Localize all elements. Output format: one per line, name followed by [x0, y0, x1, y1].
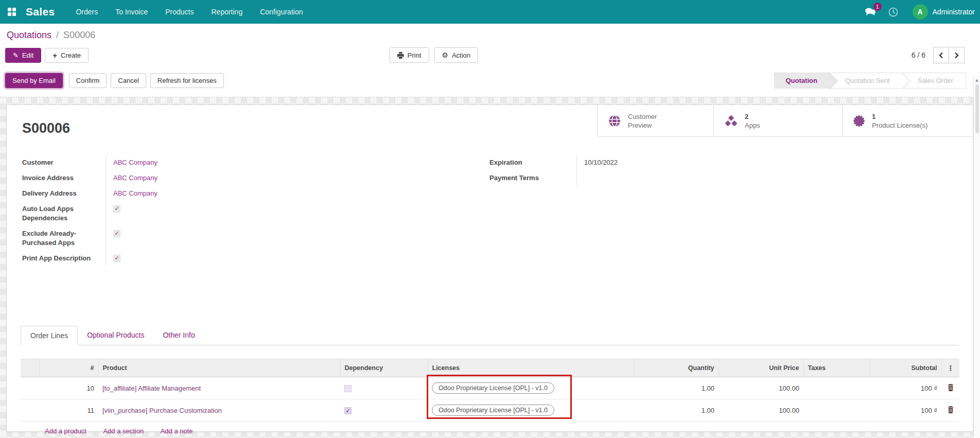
apps-count: 2	[745, 112, 760, 121]
field-expiration: Expiration 10/10/2022	[488, 155, 959, 170]
pager: 6 / 6	[912, 47, 965, 63]
quantity-column-header[interactable]: Quantity	[634, 359, 719, 377]
cubes-icon	[724, 114, 738, 128]
line-number: 11	[39, 399, 98, 422]
auto-load-checkbox: ✓	[113, 205, 120, 213]
field-auto-load-apps-dependencies: Auto Load Apps Dependencies ✓	[21, 201, 488, 226]
scrollbar-thumb[interactable]	[975, 84, 979, 133]
check-icon: ✓	[114, 254, 119, 263]
statusbar: Send by Email Confirm Cancel Refresh for…	[0, 69, 980, 97]
trash-icon	[948, 406, 954, 413]
customer-preview-button[interactable]: Customer Preview	[597, 105, 713, 136]
row-handle	[21, 399, 39, 422]
order-line-row: 10 [to_affiliate] Affiliate Management O…	[21, 377, 959, 399]
app-name[interactable]: Sales	[26, 6, 55, 18]
chevron-left-icon	[939, 52, 943, 59]
unit-price-column-header[interactable]: Unit Price	[719, 359, 803, 377]
field-payment-terms: Payment Terms	[488, 170, 959, 186]
taxes-cell	[803, 399, 869, 422]
create-button[interactable]: + Create	[45, 48, 89, 63]
dependency-cell: ✓	[340, 399, 428, 422]
edit-button[interactable]: ✎ Edit	[5, 48, 41, 63]
delivery-address-link[interactable]: ABC Company	[113, 189, 157, 197]
dependency-checkbox	[344, 385, 352, 392]
check-icon: ✓	[114, 204, 119, 214]
taxes-column-header[interactable]: Taxes	[803, 359, 869, 377]
check-icon: ✓	[114, 229, 119, 238]
step-quotation[interactable]: Quotation	[775, 73, 830, 88]
control-panel: Quotations / S00006 ✎ Edit + Create Prin…	[0, 24, 980, 69]
license-tag: Odoo Proprietary License [OPL] - v1.0	[432, 382, 554, 394]
step-quotation-sent[interactable]: Quotation Sent	[830, 73, 902, 88]
field-invoice-address: Invoice Address ABC Company	[21, 170, 488, 186]
breadcrumb-current: S00006	[63, 30, 95, 40]
dependency-cell	[340, 377, 428, 399]
payment-terms-value	[576, 170, 959, 186]
refresh-for-licenses-button[interactable]: Refresh for licenses	[150, 73, 224, 88]
apps-stat-button[interactable]: 2 Apps	[713, 105, 842, 136]
product-licenses-button[interactable]: 1 Product License(s)	[842, 105, 973, 136]
tab-order-lines[interactable]: Order Lines	[21, 326, 78, 345]
globe-icon	[608, 114, 621, 128]
delete-line-button[interactable]	[941, 377, 959, 399]
user-avatar[interactable]: A	[913, 4, 928, 20]
chevron-right-icon	[954, 52, 959, 59]
line-number: 10	[39, 377, 98, 399]
menu-reporting[interactable]: Reporting	[202, 0, 251, 24]
optional-columns-toggle-icon[interactable]: ⋮	[941, 359, 959, 377]
vertical-scrollbar[interactable]: ▲	[973, 76, 980, 438]
menu-products[interactable]: Products	[156, 0, 202, 24]
product-cell: [to_affiliate] Affiliate Management	[98, 377, 340, 399]
order-line-row: 11 [viin_purchase] Purchase Customizatio…	[21, 399, 959, 422]
plus-icon: +	[52, 52, 57, 59]
action-button[interactable]: ⚙ Action	[434, 47, 478, 63]
subtotal-column-header[interactable]: Subtotal	[869, 359, 941, 377]
confirm-button[interactable]: Confirm	[69, 73, 107, 88]
top-navbar: Sales Orders To Invoice Products Reporti…	[0, 0, 980, 24]
delete-line-button[interactable]	[941, 399, 959, 422]
field-customer: Customer ABC Company	[21, 155, 488, 170]
tab-other-info[interactable]: Other Info	[153, 326, 204, 345]
activities-clock-icon[interactable]	[882, 7, 904, 17]
breadcrumb-quotations[interactable]: Quotations	[7, 30, 51, 40]
pencil-icon: ✎	[13, 51, 19, 59]
menu-configuration[interactable]: Configuration	[251, 0, 311, 24]
licenses-cell: Odoo Proprietary License [OPL] - v1.0	[428, 377, 634, 399]
field-delivery-address: Delivery Address ABC Company	[21, 186, 488, 201]
pager-value: 6 / 6	[912, 51, 925, 59]
invoice-address-link[interactable]: ABC Company	[113, 174, 157, 182]
add-a-product-link[interactable]: Add a product	[45, 427, 86, 435]
unit-price-cell: 100.00	[719, 377, 803, 399]
product-column-header[interactable]: Product	[98, 359, 340, 377]
licenses-count: 1	[872, 112, 927, 121]
menu-orders[interactable]: Orders	[67, 0, 107, 24]
tab-optional-products[interactable]: Optional Products	[78, 326, 153, 345]
print-button[interactable]: Print	[390, 47, 429, 63]
pager-previous-button[interactable]	[933, 47, 949, 63]
scroll-up-icon[interactable]: ▲	[975, 76, 978, 82]
add-a-note-link[interactable]: Add a note	[161, 427, 193, 435]
messages-icon[interactable]: 1	[859, 7, 882, 16]
dependency-column-header[interactable]: Dependency	[340, 359, 428, 377]
stat-label: Product License(s)	[872, 121, 927, 130]
order-lines-table: # Product Dependency Licenses Quantity U…	[21, 359, 959, 422]
check-icon: ✓	[345, 408, 350, 414]
customer-link[interactable]: ABC Company	[113, 159, 157, 166]
subtotal-cell: 100 ₫	[869, 399, 941, 422]
stat-label: Customer Preview	[628, 112, 669, 130]
licenses-column-header[interactable]: Licenses	[428, 359, 634, 377]
menu-to-invoice[interactable]: To Invoice	[107, 0, 156, 24]
add-a-section-link[interactable]: Add a section	[103, 427, 144, 435]
number-column-header[interactable]: #	[39, 359, 98, 377]
pager-next-button[interactable]	[949, 47, 965, 63]
cancel-button[interactable]: Cancel	[111, 73, 146, 88]
gear-icon: ⚙	[442, 51, 448, 59]
user-name[interactable]: Administrator	[933, 8, 975, 16]
message-count-badge: 1	[873, 3, 882, 11]
send-by-email-button[interactable]: Send by Email	[5, 73, 63, 88]
apps-grid-icon[interactable]	[0, 0, 24, 24]
unit-price-cell: 100.00	[719, 399, 803, 422]
table-header-row: # Product Dependency Licenses Quantity U…	[21, 359, 959, 377]
step-sales-order[interactable]: Sales Order	[902, 73, 966, 88]
exclude-purchased-checkbox: ✓	[113, 230, 120, 237]
